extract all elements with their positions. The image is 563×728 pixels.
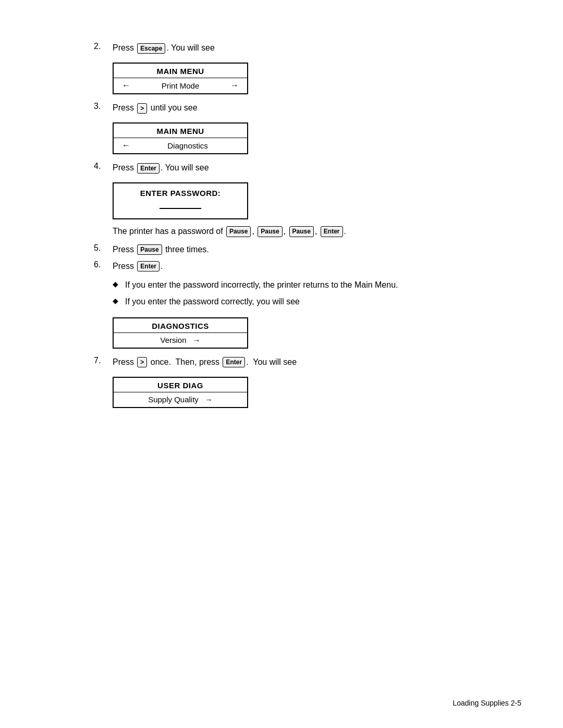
- main-menu-1-row: ← Print Mode →: [114, 78, 247, 93]
- main-menu-1-right-arrow: →: [230, 81, 239, 90]
- password-underline: [160, 207, 201, 209]
- step-2-number: 2.: [94, 42, 113, 51]
- step-6-text: Press Enter.: [113, 260, 163, 273]
- diamond-2: ◆: [113, 295, 125, 305]
- main-menu-1-title: MAIN MENU: [114, 64, 247, 78]
- step-5-text: Press Pause three times.: [113, 243, 209, 256]
- page-footer: Loading Supplies 2-5: [452, 699, 521, 707]
- main-menu-1-label: Print Mode: [137, 81, 224, 90]
- step-3-text: Press > until you see: [113, 102, 198, 114]
- enter-key-1: Enter: [137, 163, 160, 174]
- diamond-1: ◆: [113, 279, 125, 288]
- user-diag-label: Supply Quality: [148, 395, 199, 404]
- enter-key-pw: Enter: [321, 226, 343, 237]
- diagnostics-row: Version →: [114, 333, 247, 348]
- pause-key-1: Pause: [226, 226, 251, 237]
- diagnostics-box: DIAGNOSTICS Version →: [113, 317, 248, 349]
- main-menu-2-title: MAIN MENU: [114, 124, 247, 138]
- enter-key-step7: Enter: [223, 357, 245, 367]
- main-menu-1-box: MAIN MENU ← Print Mode →: [113, 63, 248, 94]
- user-diag-row: Supply Quality →: [114, 392, 247, 407]
- diagnostics-label: Version: [160, 336, 186, 344]
- step-5-number: 5.: [94, 243, 113, 253]
- diagnostics-right-arrow: →: [193, 336, 201, 344]
- bullet-2: ◆ If you enter the password correctly, y…: [94, 295, 480, 308]
- escape-key: Escape: [137, 43, 165, 54]
- step-6-number: 6.: [94, 260, 113, 269]
- main-menu-2-label: Diagnostics: [137, 141, 239, 150]
- main-menu-2-row: ← Diagnostics: [114, 138, 247, 153]
- bullet-2-text: If you enter the password correctly, you…: [125, 295, 300, 308]
- chevron-right-key-2: >: [137, 357, 147, 367]
- pause-key-step5: Pause: [137, 244, 162, 255]
- enter-key-step6: Enter: [137, 261, 160, 272]
- step-4-text: Press Enter. You will see: [113, 162, 209, 174]
- chevron-right-key-1: >: [137, 103, 147, 114]
- user-diag-right-arrow: →: [205, 395, 213, 404]
- user-diag-box: USER DIAG Supply Quality →: [113, 377, 248, 408]
- step-3-number: 3.: [94, 102, 113, 111]
- main-menu-2-left-arrow: ←: [122, 141, 130, 150]
- footer-text: Loading Supplies 2-5: [452, 699, 521, 707]
- user-diag-title: USER DIAG: [114, 378, 247, 392]
- enter-password-box: ENTER PASSWORD:: [113, 182, 248, 219]
- pause-key-3: Pause: [289, 226, 314, 237]
- bullet-1-text: If you enter the password incorrectly, t…: [125, 279, 398, 291]
- main-menu-1-left-arrow: ←: [122, 81, 130, 90]
- main-menu-2-box: MAIN MENU ← Diagnostics: [113, 122, 248, 154]
- step-7-number: 7.: [94, 356, 113, 365]
- step-7-text: Press > once. Then, press Enter. You wil…: [113, 356, 297, 368]
- diagnostics-title: DIAGNOSTICS: [114, 318, 247, 333]
- bullet-1: ◆ If you enter the password incorrectly,…: [94, 279, 480, 291]
- step-2-text: Press Escape. You will see: [113, 42, 215, 54]
- enter-password-title: ENTER PASSWORD:: [129, 189, 231, 198]
- pause-key-2: Pause: [258, 226, 282, 237]
- password-info-line: The printer has a password of Pause, Pau…: [94, 225, 480, 238]
- step-4-number: 4.: [94, 162, 113, 171]
